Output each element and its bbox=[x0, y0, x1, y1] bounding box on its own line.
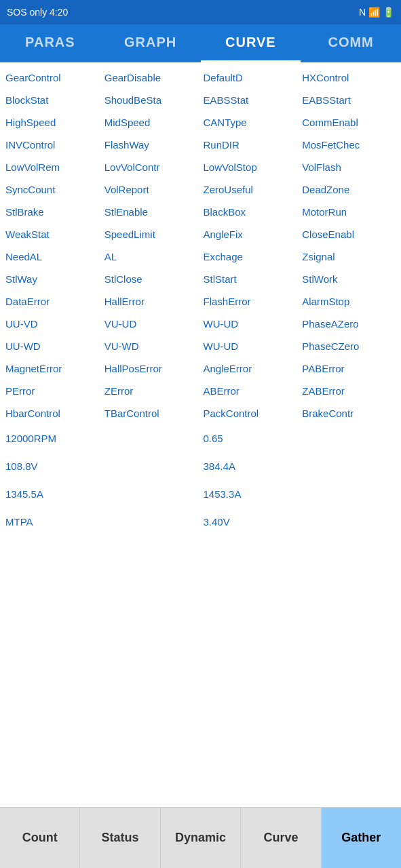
param-cell[interactable]: BlackBox bbox=[201, 201, 300, 223]
param-cell[interactable]: FlashError bbox=[201, 290, 300, 313]
tab-graph[interactable]: GRAPH bbox=[100, 24, 201, 62]
param-cell[interactable]: PhaseCZero bbox=[299, 335, 398, 357]
param-cell[interactable]: ABError bbox=[201, 380, 300, 402]
param-cell[interactable]: EABSStat bbox=[201, 89, 300, 111]
param-cell[interactable]: HallPosError bbox=[102, 357, 201, 380]
param-cell[interactable]: CANType bbox=[201, 111, 300, 134]
param-cell[interactable]: ShoudBeSta bbox=[102, 89, 201, 111]
main-content: GearControlGearDisableDefaultDHXControlB… bbox=[0, 62, 401, 540]
num-cell[interactable]: 3.40V bbox=[201, 509, 300, 534]
param-cell[interactable]: ZError bbox=[102, 380, 201, 402]
param-cell[interactable]: AngleError bbox=[201, 357, 300, 380]
num-cell[interactable]: 108.8V bbox=[3, 454, 102, 479]
param-cell[interactable]: WeakStat bbox=[3, 223, 102, 245]
status-bar-left: SOS only 4:20 bbox=[7, 7, 68, 18]
param-cell[interactable]: Exchage bbox=[201, 245, 300, 268]
param-cell[interactable]: INVControl bbox=[3, 134, 102, 156]
tab-curve[interactable]: CURVE bbox=[201, 24, 301, 62]
num-cell bbox=[102, 454, 201, 479]
param-cell[interactable]: LowVolStop bbox=[201, 156, 300, 178]
param-cell[interactable]: VU-UD bbox=[102, 313, 201, 335]
param-cell[interactable]: MidSpeed bbox=[102, 111, 201, 134]
nav-btn-gather[interactable]: Gather bbox=[322, 808, 401, 868]
param-cell[interactable]: LovVolContr bbox=[102, 156, 201, 178]
param-cell[interactable]: MotorRun bbox=[299, 201, 398, 223]
num-cell[interactable]: 384.4A bbox=[201, 454, 300, 479]
param-cell[interactable]: PackControl bbox=[201, 402, 300, 425]
num-cell[interactable]: 1453.3A bbox=[201, 481, 300, 507]
param-cell[interactable]: VolFlash bbox=[299, 156, 398, 178]
param-cell[interactable]: HXControl bbox=[299, 66, 398, 89]
nfc-icon: N bbox=[359, 7, 366, 18]
num-cell[interactable]: 1345.5A bbox=[3, 481, 102, 507]
param-cell[interactable]: UU-VD bbox=[3, 313, 102, 335]
param-cell[interactable]: DeadZone bbox=[299, 178, 398, 201]
param-cell[interactable]: HallError bbox=[102, 290, 201, 313]
param-cell[interactable]: AlarmStop bbox=[299, 290, 398, 313]
param-cell[interactable]: HbarControl bbox=[3, 402, 102, 425]
param-cell[interactable]: PABError bbox=[299, 357, 398, 380]
num-cell bbox=[102, 426, 201, 451]
num-cell bbox=[299, 454, 398, 479]
num-cell[interactable]: MTPA bbox=[3, 509, 102, 534]
param-cell[interactable]: ZABError bbox=[299, 380, 398, 402]
param-cell[interactable]: NeedAL bbox=[3, 245, 102, 268]
param-cell[interactable]: UU-WD bbox=[3, 335, 102, 357]
param-cell[interactable]: PError bbox=[3, 380, 102, 402]
param-cell[interactable]: StlClose bbox=[102, 268, 201, 290]
param-cell[interactable]: StlWork bbox=[299, 268, 398, 290]
num-row: 108.8V384.4A bbox=[3, 452, 398, 480]
param-cell[interactable]: GearDisable bbox=[102, 66, 201, 89]
status-bar-right: N 📶 🔋 bbox=[359, 7, 394, 18]
param-cell[interactable]: StlBrake bbox=[3, 201, 102, 223]
num-cell[interactable]: 12000RPM bbox=[3, 426, 102, 451]
nav-btn-count[interactable]: Count bbox=[0, 808, 80, 868]
param-cell[interactable]: SyncCount bbox=[3, 178, 102, 201]
param-cell[interactable]: ZeroUseful bbox=[201, 178, 300, 201]
num-row: 1345.5A1453.3A bbox=[3, 480, 398, 508]
num-cell bbox=[299, 509, 398, 534]
tab-comm[interactable]: COMM bbox=[301, 24, 401, 62]
param-cell[interactable]: MagnetError bbox=[3, 357, 102, 380]
param-cell[interactable]: PhaseAZero bbox=[299, 313, 398, 335]
param-cell[interactable]: RunDIR bbox=[201, 134, 300, 156]
param-cell[interactable]: VU-WD bbox=[102, 335, 201, 357]
param-cell[interactable]: DefaultD bbox=[201, 66, 300, 89]
param-cell[interactable]: CloseEnabl bbox=[299, 223, 398, 245]
tab-paras[interactable]: PARAS bbox=[0, 24, 100, 62]
param-cell[interactable]: MosFetChec bbox=[299, 134, 398, 156]
param-cell[interactable]: AL bbox=[102, 245, 201, 268]
status-bar: SOS only 4:20 N 📶 🔋 bbox=[0, 0, 401, 24]
param-cell[interactable]: WU-UD bbox=[201, 335, 300, 357]
param-cell[interactable]: LowVolRem bbox=[3, 156, 102, 178]
param-cell[interactable]: CommEnabl bbox=[299, 111, 398, 134]
param-cell[interactable]: HighSpeed bbox=[3, 111, 102, 134]
param-cell[interactable]: BlockStat bbox=[3, 89, 102, 111]
param-cell[interactable]: WU-UD bbox=[201, 313, 300, 335]
param-grid: GearControlGearDisableDefaultDHXControlB… bbox=[0, 66, 401, 425]
param-cell[interactable]: StlEnable bbox=[102, 201, 201, 223]
bottom-nav: CountStatusDynamicCurveGather bbox=[0, 807, 401, 868]
param-cell[interactable]: GearControl bbox=[3, 66, 102, 89]
param-cell[interactable]: DataError bbox=[3, 290, 102, 313]
param-cell[interactable]: StlStart bbox=[201, 268, 300, 290]
param-cell[interactable]: FlashWay bbox=[102, 134, 201, 156]
param-cell[interactable]: SpeedLimit bbox=[102, 223, 201, 245]
param-cell[interactable]: EABSStart bbox=[299, 89, 398, 111]
param-cell[interactable]: AngleFix bbox=[201, 223, 300, 245]
param-cell[interactable]: Zsignal bbox=[299, 245, 398, 268]
nav-btn-curve[interactable]: Curve bbox=[241, 808, 321, 868]
num-cell[interactable]: 0.65 bbox=[201, 426, 300, 451]
param-cell[interactable]: StlWay bbox=[3, 268, 102, 290]
numeric-section: 12000RPM0.65108.8V384.4A1345.5A1453.3AMT… bbox=[0, 425, 401, 536]
num-cell bbox=[102, 509, 201, 534]
nav-btn-status[interactable]: Status bbox=[80, 808, 160, 868]
param-cell[interactable]: VolReport bbox=[102, 178, 201, 201]
num-cell bbox=[299, 426, 398, 451]
battery-icon: 🔋 bbox=[383, 7, 394, 18]
param-cell[interactable]: BrakeContr bbox=[299, 402, 398, 425]
sos-text: SOS only 4:20 bbox=[7, 7, 68, 18]
nav-btn-dynamic[interactable]: Dynamic bbox=[161, 808, 241, 868]
num-row: 12000RPM0.65 bbox=[3, 425, 398, 452]
param-cell[interactable]: TBarControl bbox=[102, 402, 201, 425]
